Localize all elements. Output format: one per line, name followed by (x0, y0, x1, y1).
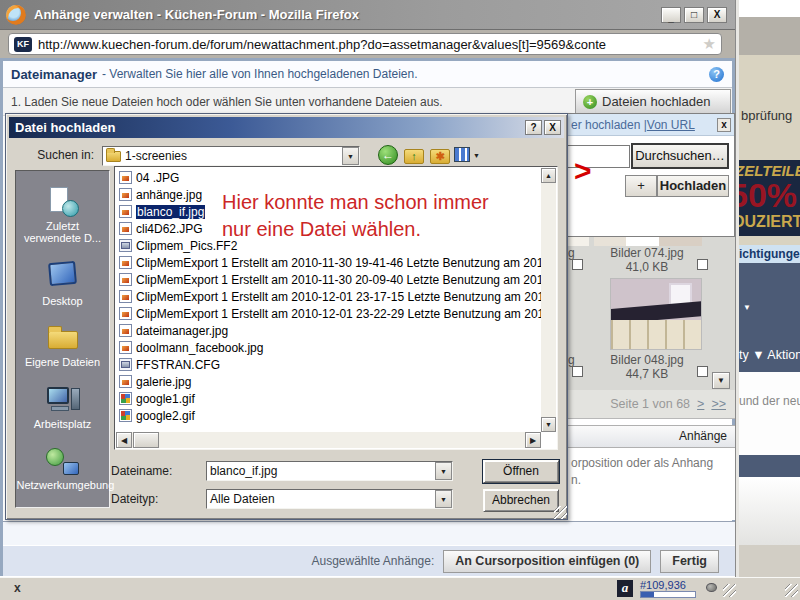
scrollbar-thumb[interactable] (133, 432, 159, 448)
window-resize-grip[interactable] (785, 584, 798, 597)
insert-at-cursor-button[interactable]: An Cursorposition einfügen (0) (443, 550, 651, 573)
next-page-link[interactable]: > (697, 397, 704, 411)
thumbnail-checkbox[interactable] (697, 259, 708, 270)
file-row[interactable]: google2.gif (117, 407, 541, 424)
jpeg-file-icon (119, 341, 132, 354)
last-page-link[interactable]: >> (711, 397, 726, 411)
place-network[interactable]: Netzwerkumgebung (17, 446, 109, 491)
place-my-computer[interactable]: Arbeitsplatz (17, 385, 109, 430)
system-file-icon (119, 358, 132, 371)
file-open-dialog: Datei hochladen ? X Suchen in: 1-screeni… (5, 113, 568, 520)
filetype-combobox[interactable]: Alle Dateien ▼ (206, 489, 453, 509)
thumbnail-checkbox[interactable] (697, 366, 708, 377)
file-row[interactable]: 04 .JPG (117, 169, 541, 186)
kitchen-photo-thumbnail[interactable] (610, 278, 702, 350)
scroll-down-button[interactable]: ▼ (712, 372, 730, 389)
close-button[interactable]: X (707, 7, 727, 23)
dateien-hochladen-button[interactable]: + Dateien hochladen (575, 89, 731, 114)
dropdown-arrow-icon[interactable]: ▼ (435, 462, 452, 480)
minimize-button[interactable]: _ (661, 7, 681, 23)
scroll-right-icon[interactable]: ▶ (525, 432, 541, 448)
ad-line2: 50% (739, 176, 797, 215)
file-row[interactable]: dateimanager.jpg (117, 322, 541, 339)
file-dialog-titlebar[interactable]: Datei hochladen ? X (9, 117, 564, 138)
back-icon[interactable]: ← (378, 145, 398, 165)
view-menu-caret-icon[interactable]: ▼ (473, 152, 480, 159)
background-partial-text: bprüfung (741, 108, 792, 123)
popup-resize-grip[interactable] (723, 584, 736, 597)
bookmark-star-icon[interactable]: ★ (703, 35, 716, 53)
file-row[interactable]: doolmann_facebook.jpg (117, 339, 541, 356)
gif-file-icon (119, 409, 132, 422)
firefox-icon (6, 5, 26, 25)
thumbnail-partial (567, 237, 589, 246)
view-menu-icon[interactable] (454, 147, 470, 162)
cancel-button[interactable]: Abbrechen (483, 489, 559, 512)
dropdown-arrow-icon[interactable]: ▼ (435, 490, 452, 508)
add-row-button[interactable]: + (625, 175, 657, 197)
thumbnail-size: 44,7 KB (592, 367, 702, 381)
thumbnail-checkbox[interactable] (572, 366, 583, 377)
popup-header-text: er hochladen | (571, 118, 647, 132)
dialog-footer: Ausgewählte Anhänge: An Cursorposition e… (3, 545, 735, 576)
system-file-icon (119, 239, 132, 252)
place-desktop[interactable]: Desktop (17, 260, 109, 307)
forum-band (739, 455, 800, 477)
vertical-scrollbar[interactable]: ▲ ▼ (541, 168, 556, 432)
upload-button-label: Dateien hochladen (602, 94, 710, 109)
von-url-link[interactable]: Von URL (647, 118, 695, 132)
actions-menu-text[interactable]: ty ▼ Aktion (739, 348, 800, 362)
filetype-value: Alle Dateien (210, 492, 275, 506)
fertig-button[interactable]: Fertig (660, 550, 719, 573)
file-row[interactable]: FFSTRAN.CFG (117, 356, 541, 373)
screen: bprüfung ZELTEILE 50% DUZIERT ichtigunge… (0, 0, 800, 600)
help-icon[interactable]: ? (709, 67, 724, 82)
maximize-button[interactable]: □ (684, 7, 704, 23)
hint-line1: orposition oder als Anhang (571, 455, 735, 472)
dialog-help-button[interactable]: ? (525, 120, 542, 135)
up-folder-icon[interactable]: ↑ (404, 149, 424, 164)
file-row[interactable]: galerie.jpg (117, 373, 541, 390)
statusbar-close-icon[interactable]: x (14, 581, 21, 595)
scroll-up-icon[interactable]: ▲ (541, 168, 556, 183)
durchsuchen-button[interactable]: Durchsuchen… (631, 143, 729, 169)
browser-titlebar[interactable]: Anhänge verwalten - Küchen-Forum - Mozil… (0, 0, 737, 30)
file-row[interactable]: ClipMemExport 1 Erstellt am 2010-11-30 1… (117, 254, 541, 271)
dialog-close-button[interactable]: X (544, 120, 561, 135)
forum-navbar: ▼ ty ▼ Aktion (739, 263, 800, 372)
thumbnail-checkbox[interactable] (572, 259, 583, 270)
counter-text: #109,936 (640, 579, 686, 591)
open-button[interactable]: Öffnen (483, 460, 559, 483)
file-row[interactable]: ClipMemExport 1 Erstellt am 2010-11-30 2… (117, 271, 541, 288)
documents-folder-icon (45, 323, 81, 353)
popup-close-icon[interactable]: x (717, 118, 731, 132)
place-my-documents[interactable]: Eigene Dateien (17, 323, 109, 368)
desktop-icon (45, 262, 81, 292)
chevron-down-icon[interactable]: ▼ (743, 303, 751, 312)
adblock-icon[interactable]: a (617, 580, 633, 597)
window-edge (735, 0, 739, 577)
scroll-down-icon[interactable]: ▼ (541, 417, 556, 432)
bug-icon[interactable] (706, 583, 717, 592)
thumbnail-size: 41,0 KB (592, 260, 702, 274)
horizontal-scrollbar[interactable]: ◀ ▶ (116, 432, 541, 448)
file-row[interactable]: ClipMemExport 1 Erstellt am 2010-12-01 2… (117, 305, 541, 322)
place-recent[interactable]: Zuletzt verwendete D... (17, 187, 109, 244)
new-folder-icon[interactable]: ✱ (430, 149, 450, 164)
thumbnail-name: Bilder 048.jpg (592, 353, 702, 367)
dropdown-arrow-icon[interactable]: ▼ (342, 147, 359, 165)
look-in-value: 1-screenies (125, 149, 187, 163)
url-input[interactable]: KF http://www.kuechen-forum.de/forum/new… (8, 33, 722, 55)
scroll-left-icon[interactable]: ◀ (116, 432, 132, 448)
file-dialog-title: Datei hochladen (15, 120, 523, 135)
photo-cabinets (611, 320, 702, 350)
file-row[interactable]: google1.gif (117, 390, 541, 407)
pagination: Seite 1 von 68 > >> (567, 390, 735, 419)
look-in-combobox[interactable]: 1-screenies ▼ (102, 146, 360, 166)
filename-combobox[interactable]: blanco_if.jpg ▼ (206, 461, 453, 481)
place-label: Zuletzt verwendete D... (17, 220, 109, 244)
hochladen-button[interactable]: Hochladen (657, 175, 729, 197)
file-row[interactable]: ClipMemExport 1 Erstellt am 2010-12-01 2… (117, 288, 541, 305)
resize-grip[interactable] (554, 506, 567, 519)
look-in-label: Suchen in: (20, 148, 94, 162)
